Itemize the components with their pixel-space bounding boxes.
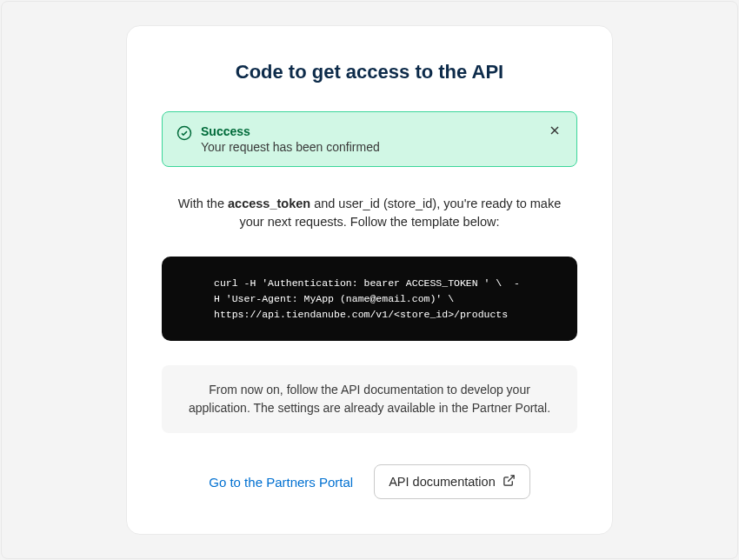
success-alert: Success Your request has been confirmed (162, 111, 577, 167)
close-icon (548, 123, 562, 140)
page-background: Code to get access to the API Success Yo… (1, 1, 738, 559)
info-box: From now on, follow the API documentatio… (162, 365, 577, 433)
instruction-text: With the access_token and user_id (store… (162, 195, 577, 233)
page-title: Code to get access to the API (162, 61, 577, 83)
alert-content: Success Your request has been confirmed (201, 124, 538, 154)
main-card: Code to get access to the API Success Yo… (126, 25, 613, 536)
api-documentation-button[interactable]: API documentation (374, 464, 530, 499)
external-link-icon (503, 474, 516, 490)
partners-portal-link[interactable]: Go to the Partners Portal (209, 475, 353, 490)
instruction-prefix: With the (178, 197, 228, 210)
close-alert-button[interactable] (547, 124, 563, 140)
check-circle-icon (176, 125, 192, 141)
svg-point-0 (178, 126, 191, 139)
instruction-bold: access_token (228, 197, 310, 210)
code-snippet: curl -H 'Authentication: bearer ACCESS_T… (162, 257, 577, 341)
svg-line-3 (508, 476, 514, 482)
alert-title: Success (201, 124, 538, 138)
api-docs-label: API documentation (389, 475, 496, 489)
alert-message: Your request has been confirmed (201, 140, 538, 154)
action-row: Go to the Partners Portal API documentat… (162, 464, 577, 499)
